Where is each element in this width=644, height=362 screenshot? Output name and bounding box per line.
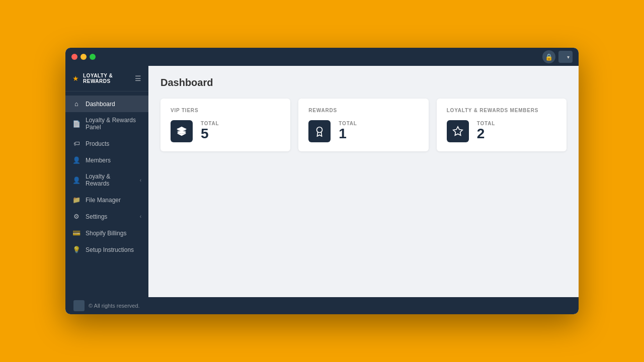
copyright-text: © All rights reserved. xyxy=(89,303,140,309)
rewards-card: REWARDS TOTAL 1 xyxy=(298,99,428,151)
sidebar-item-dashboard[interactable]: ⌂ Dashboard xyxy=(65,96,148,112)
card-header: VIP TIERS xyxy=(171,108,280,113)
svg-point-3 xyxy=(317,127,323,133)
footer: © All rights reserved. xyxy=(65,297,579,314)
sidebar-item-loyalty-rewards[interactable]: 👤 Loyalty & Rewards ‹ xyxy=(65,168,148,192)
hamburger-icon[interactable]: ☰ xyxy=(135,74,141,82)
sidebar-item-label: Products xyxy=(86,140,109,147)
sidebar-item-settings[interactable]: ⚙ Settings ‹ xyxy=(65,208,148,225)
members-icon-box xyxy=(447,120,469,142)
card-body: TOTAL 1 xyxy=(308,120,418,142)
total-value: 2 xyxy=(477,126,495,142)
chevron-icon: ‹ xyxy=(140,177,141,183)
app-window: 🔒 ★ LOYALTY & REWARDS ☰ ⌂ Dashboard xyxy=(65,48,579,314)
home-icon: ⌂ xyxy=(72,100,80,108)
tag-icon: 🏷 xyxy=(72,140,80,147)
card-body: TOTAL 5 xyxy=(171,120,280,142)
gear-icon: ⚙ xyxy=(72,213,80,220)
sidebar-item-label: Dashboard xyxy=(86,101,115,108)
sidebar-item-products[interactable]: 🏷 Products xyxy=(65,135,148,152)
vip-tiers-icon-box xyxy=(171,120,193,142)
close-button[interactable] xyxy=(71,54,77,60)
rewards-icon-box xyxy=(308,120,331,142)
person-icon: 👤 xyxy=(72,156,80,164)
total-value: 1 xyxy=(339,126,357,142)
card-stats: TOTAL 2 xyxy=(477,121,495,142)
card-body: TOTAL 2 xyxy=(447,120,556,142)
sidebar-item-label: Setup Instructions xyxy=(86,246,134,253)
sidebar-item-label: Members xyxy=(86,157,111,164)
user-icon-button[interactable]: 🔒 xyxy=(542,50,555,63)
sidebar-item-loyalty-rewards-panel[interactable]: 📄 Loyalty & Rewards Panel xyxy=(65,112,148,135)
user-dropdown[interactable] xyxy=(558,51,573,63)
main-content: Dashboard VIP TIERS xyxy=(148,66,579,297)
layers-icon xyxy=(176,126,187,137)
sidebar-brand: ★ LOYALTY & REWARDS ☰ xyxy=(65,66,148,92)
svg-rect-2 xyxy=(178,132,186,134)
sidebar-item-label: Shopify Billings xyxy=(86,230,126,237)
sidebar-item-label: Loyalty & Rewards Panel xyxy=(86,117,141,131)
cards-row: VIP TIERS xyxy=(160,99,567,151)
svg-marker-4 xyxy=(453,127,462,135)
sidebar-item-shopify-billings[interactable]: 💳 Shopify Billings xyxy=(65,225,148,241)
members-card: LOYALTY & REWARDS MEMBERS TOTAL 2 xyxy=(437,99,567,151)
sidebar-item-label: Loyalty & Rewards xyxy=(86,173,135,187)
card-header: LOYALTY & REWARDS MEMBERS xyxy=(447,108,556,113)
credit-card-icon: 💳 xyxy=(72,229,80,237)
brand-star-icon: ★ xyxy=(72,74,79,82)
content-inner: Dashboard VIP TIERS xyxy=(148,66,579,162)
sidebar-item-setup-instructions[interactable]: 💡 Setup Instructions xyxy=(65,241,148,258)
star-icon xyxy=(452,126,463,137)
card-stats: TOTAL 1 xyxy=(339,121,357,142)
folder-icon: 📁 xyxy=(72,196,80,204)
sidebar-nav: ⌂ Dashboard 📄 Loyalty & Rewards Panel 🏷 … xyxy=(65,92,148,297)
bulb-icon: 💡 xyxy=(72,246,80,253)
loyalty-icon: 👤 xyxy=(72,176,80,184)
maximize-button[interactable] xyxy=(90,54,96,60)
minimize-button[interactable] xyxy=(80,54,87,60)
sidebar-item-label: File Manager xyxy=(86,197,121,204)
page-title: Dashboard xyxy=(160,77,567,88)
svg-rect-1 xyxy=(178,129,186,130)
total-value: 5 xyxy=(201,126,219,142)
document-icon: 📄 xyxy=(72,120,80,128)
footer-logo xyxy=(73,300,85,311)
window-controls xyxy=(71,54,96,60)
sidebar-item-members[interactable]: 👤 Members xyxy=(65,152,148,168)
lock-icon: 🔒 xyxy=(545,53,553,61)
main-layout: ★ LOYALTY & REWARDS ☰ ⌂ Dashboard 📄 Loya… xyxy=(65,66,579,297)
titlebar: 🔒 xyxy=(65,48,579,66)
brand-title: LOYALTY & REWARDS xyxy=(83,73,131,84)
titlebar-right: 🔒 xyxy=(542,50,573,63)
chevron-icon: ‹ xyxy=(140,214,141,219)
svg-rect-0 xyxy=(178,130,186,132)
vip-tiers-card: VIP TIERS xyxy=(160,99,290,151)
card-stats: TOTAL 5 xyxy=(201,121,219,142)
sidebar: ★ LOYALTY & REWARDS ☰ ⌂ Dashboard 📄 Loya… xyxy=(65,66,148,297)
user-dropdown-wrap xyxy=(558,51,573,63)
medal-icon xyxy=(314,126,325,137)
card-header: REWARDS xyxy=(308,108,418,113)
sidebar-item-label: Settings xyxy=(86,213,107,220)
sidebar-item-file-manager[interactable]: 📁 File Manager xyxy=(65,192,148,208)
